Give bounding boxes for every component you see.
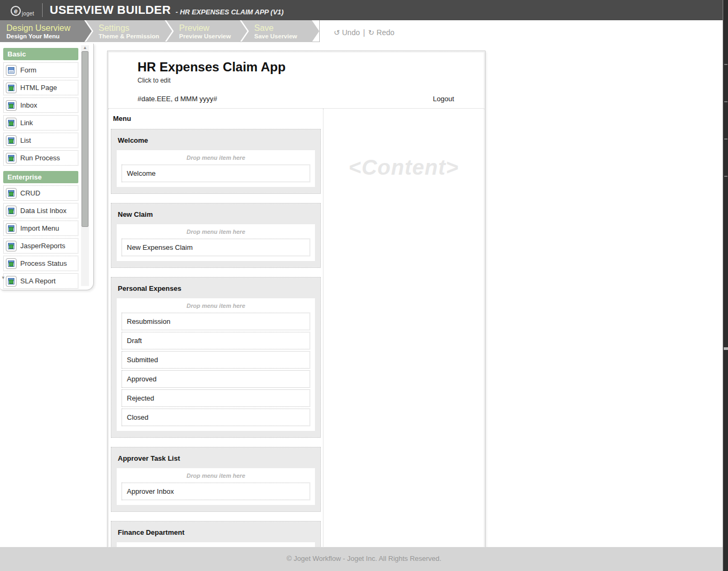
app-name-subtitle: - HR EXPENSES CLAIM APP (V1) <box>175 5 284 16</box>
tab-settings[interactable]: Settings Theme & Permission <box>86 20 172 42</box>
scroll-down-icon[interactable]: ▼ <box>0 275 6 280</box>
redo-label: Redo <box>377 28 394 37</box>
tab-title: Save <box>254 23 311 33</box>
palette-sidebar: Basic Form HTML Page Inbox Link List Run… <box>0 44 94 290</box>
undo-label: Undo <box>342 28 360 37</box>
menu-item-label: Draft <box>127 337 142 345</box>
drop-hint: Drop menu item here <box>122 300 310 313</box>
palette-item-label: JasperReports <box>20 242 66 250</box>
tab-save[interactable]: Save Save Userview <box>241 20 319 42</box>
menu-item[interactable]: Closed <box>122 409 310 426</box>
date-placeholder: #date.EEE, d MMM yyyy# <box>137 95 217 103</box>
scrollbar-tick <box>724 176 727 177</box>
content-column: <Content> <box>323 109 484 571</box>
menu-item[interactable]: Rejected <box>122 389 310 407</box>
palette-item-label: Data List Inbox <box>20 207 67 215</box>
palette-item[interactable]: List <box>3 133 78 148</box>
tab-preview[interactable]: Preview Preview Userview <box>166 20 247 42</box>
history-controls: ↺ Undo | ↻ Redo <box>319 20 723 42</box>
scroll-up-icon[interactable]: ▲ <box>81 45 89 51</box>
palette-item-label: HTML Page <box>20 84 57 92</box>
menu-item-label: Welcome <box>127 169 156 177</box>
drop-hint: Drop menu item here <box>122 226 310 239</box>
menu-item[interactable]: New Expenses Claim <box>122 239 310 256</box>
palette-item-label: Process Status <box>20 259 67 267</box>
menu-category-title: Personal Expenses <box>111 278 320 298</box>
palette-scrollbar-thumb[interactable] <box>82 51 88 227</box>
wizard-tab-bar: Design Userview Design Your Menu Setting… <box>0 20 728 42</box>
tab-title: Design Userview <box>6 23 83 33</box>
palette-section: Enterprise CRUD Data List Inbox Import M… <box>3 171 78 289</box>
menu-category-title: Finance Department <box>111 521 320 542</box>
joget-logo-icon: e <box>11 6 21 16</box>
palette-section-header: Enterprise <box>3 171 78 183</box>
menu-category-dropzone[interactable]: Drop menu item here Approver Inbox <box>117 468 315 505</box>
tab-subtitle: Design Your Menu <box>6 33 83 39</box>
userview-header-row: #date.EEE, d MMM yyyy# Logout <box>109 84 484 108</box>
app-header: e joget USERVIEW BUILDER - HR EXPENSES C… <box>0 0 728 20</box>
userview-body: Menu Welcome Drop menu item here Welcome… <box>108 109 484 571</box>
page-footer: © Joget Workflow - Joget Inc. All Rights… <box>0 547 728 571</box>
menu-category-dropzone[interactable]: Drop menu item here New Expenses Claim <box>117 224 315 261</box>
content-placeholder: <Content> <box>323 156 484 180</box>
palette-item[interactable]: Run Process <box>3 150 78 166</box>
palette-item-label: List <box>20 136 31 144</box>
window-scrollbar-thumb[interactable] <box>724 347 728 350</box>
palette-item[interactable]: Link <box>3 115 78 130</box>
palette-item[interactable]: SLA Report <box>3 273 78 289</box>
menu-item[interactable]: Draft <box>122 332 310 349</box>
palette-item[interactable]: Inbox <box>3 97 78 113</box>
menu-category-title: New Claim <box>111 203 320 224</box>
page-element-icon <box>6 153 17 164</box>
page-element-icon <box>6 118 17 128</box>
palette-section: Basic Form HTML Page Inbox Link List Run… <box>3 48 78 166</box>
menu-item[interactable]: Approver Inbox <box>122 483 310 500</box>
menu-item[interactable]: Submitted <box>122 351 310 369</box>
menu-item[interactable]: Resubmission <box>122 313 310 330</box>
page-element-icon <box>6 276 17 287</box>
redo-button[interactable]: ↻ Redo <box>368 28 394 37</box>
palette-item-label: Run Process <box>20 154 60 162</box>
logo-wordmark: joget <box>22 11 34 17</box>
menu-category[interactable]: New Claim Drop menu item here New Expens… <box>111 203 321 268</box>
page-element-icon <box>6 206 17 216</box>
main-region: Basic Form HTML Page Inbox Link List Run… <box>0 42 728 547</box>
menu-category-dropzone[interactable]: Drop menu item here Welcome <box>117 150 315 187</box>
window-scrollbar[interactable] <box>723 0 728 571</box>
palette-item[interactable]: CRUD <box>3 185 78 201</box>
menu-category-items: New Expenses Claim <box>122 239 310 256</box>
menu-category-items: Resubmission Draft Submitted Approved Re… <box>122 313 310 426</box>
scrollbar-tick <box>724 64 727 65</box>
copyright-text: © Joget Workflow - Joget Inc. All Rights… <box>287 554 441 562</box>
userview-header: HR Expenses Claim App Click to edit #dat… <box>108 52 484 109</box>
tab-title: Preview <box>179 23 239 33</box>
page-element-icon <box>6 135 17 146</box>
menu-category-dropzone[interactable]: Drop menu item here Resubmission Draft S… <box>117 298 315 431</box>
palette-item[interactable]: Data List Inbox <box>3 203 78 218</box>
palette-item-label: SLA Report <box>20 277 56 285</box>
tab-design-userview[interactable]: Design Userview Design Your Menu <box>0 20 92 42</box>
menu-item[interactable]: Welcome <box>122 165 310 182</box>
palette-item[interactable]: JasperReports <box>3 238 78 254</box>
palette-section-items: Form HTML Page Inbox Link List Run Proce… <box>3 62 78 166</box>
palette-item-label: Inbox <box>20 101 37 109</box>
undo-button[interactable]: ↺ Undo <box>334 28 360 37</box>
palette-item[interactable]: HTML Page <box>3 80 78 95</box>
palette-section-header: Basic <box>3 48 78 60</box>
menu-category[interactable]: Approver Task List Drop menu item here A… <box>111 447 321 512</box>
palette-item[interactable]: Form <box>3 62 78 78</box>
userview-canvas: HR Expenses Claim App Click to edit #dat… <box>107 51 486 571</box>
menu-item-label: Closed <box>127 413 148 421</box>
palette-item[interactable]: Process Status <box>3 256 78 271</box>
userview-title-editable[interactable]: HR Expenses Claim App Click to edit <box>109 60 484 84</box>
menu-item-label: Rejected <box>127 394 154 402</box>
menu-item-label: New Expenses Claim <box>127 243 193 251</box>
palette-scrollbar[interactable]: ▲ <box>81 45 89 286</box>
palette-item-label: CRUD <box>20 189 41 197</box>
palette-item[interactable]: Import Menu <box>3 221 78 236</box>
menu-category[interactable]: Personal Expenses Drop menu item here Re… <box>111 277 321 438</box>
undo-icon: ↺ <box>334 28 340 37</box>
page-element-icon <box>6 83 17 93</box>
menu-category[interactable]: Welcome Drop menu item here Welcome <box>111 129 321 194</box>
menu-item[interactable]: Approved <box>122 370 310 388</box>
